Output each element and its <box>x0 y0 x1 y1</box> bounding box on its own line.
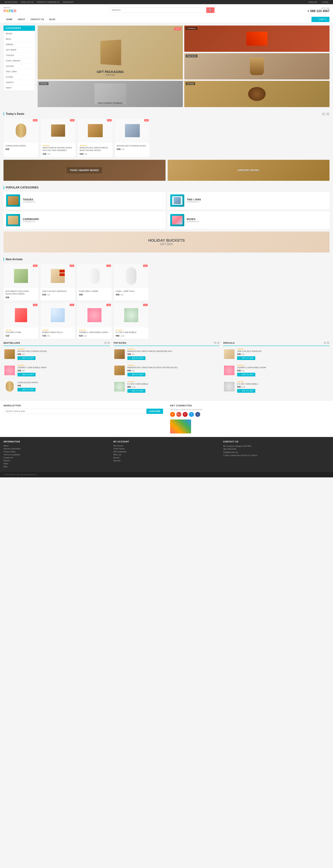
bs-cart-btn-3[interactable]: 🛒 ADD TO CART <box>18 388 35 392</box>
nav-blog[interactable]: BLOG <box>47 16 58 23</box>
sidebar-item-tins[interactable]: TINS / JARS <box>4 69 35 74</box>
footer-about[interactable]: About <box>3 445 110 447</box>
sidebar-item-giftwrap[interactable]: GIFT WRAP <box>4 47 35 53</box>
sidebar-item-boxes[interactable]: BOXES <box>4 31 35 36</box>
specials-next[interactable]: › <box>327 342 330 344</box>
footer-order-history[interactable]: Order History <box>113 448 220 450</box>
search-input[interactable] <box>110 7 206 13</box>
nav-contact[interactable]: CONTACT US <box>28 16 47 23</box>
tr-info-1: ★★★★☆ BANKERS BOX SMOOTHMOVE WARDROBE BO… <box>127 348 220 360</box>
main-nav: HOME ABOUT CONTACT US BLOG 🛒 CART: 0 <box>0 16 333 23</box>
sidebar-item-floral[interactable]: FLORAL <box>4 74 35 80</box>
footer-contact[interactable]: Contact Us <box>3 457 110 459</box>
nav-about[interactable]: ABOUT <box>15 16 28 23</box>
sidebar-item-food[interactable]: FOOD / BAKERY <box>4 58 35 64</box>
sidebar-item-crafts[interactable]: CRAFTS <box>4 80 35 85</box>
deal-product-3[interactable]: Sale ★★★★☆ BANKERS BOX SMOOTHMOVE BASIC … <box>78 118 113 157</box>
sidebar-item-bags[interactable]: BAGS <box>4 36 35 42</box>
pop-cat-tins[interactable]: TINS / JARS 5 PRODUCTS <box>168 192 330 209</box>
sidebar-item-party[interactable]: PARTY <box>4 85 35 91</box>
search-button[interactable]: 🔍 <box>206 7 215 13</box>
new-product-4[interactable]: Sale FOAM - 12MM THICK 40$60$ <box>114 264 149 301</box>
footer-brands[interactable]: Brands <box>113 457 220 459</box>
newsletter-email-input[interactable] <box>3 409 147 414</box>
new-product-8[interactable]: Sale ★★★★☆ 5 X 300 X 50M BUBBLE 96$110$ <box>114 303 149 339</box>
hero-sub-4[interactable]: Gift Wrap <box>184 81 330 107</box>
new-product-6[interactable]: Sale ★★★★☆ BUBBLE WRAP ROLLS 72$90$ <box>40 303 75 339</box>
sidebar-item-ribbon[interactable]: RIBBON› <box>4 42 35 47</box>
sp-cart-btn-2[interactable]: 🛒 ADD TO CART <box>237 373 255 376</box>
promo-banner-1[interactable]: FOOD / BAKERY BOXES <box>3 160 165 181</box>
wish-list-link[interactable]: WISH LIST (0) <box>21 1 33 3</box>
footer-specials-link[interactable]: Specials <box>113 460 220 462</box>
cart-button[interactable]: 🛒 CART: 0 <box>311 17 330 22</box>
promo-banner-2[interactable]: GROCERY BOXES <box>168 160 330 181</box>
deal-product-2-info: ★★★★☆ SMOOTHMOVE MOVING BOXES WITH NO-TA… <box>41 143 75 157</box>
deal-product-4[interactable]: Sale MOVING AND STORAGE BOXES 64$20$ <box>115 118 150 157</box>
footer-terms[interactable]: Terms & Conditions <box>3 454 110 456</box>
newsletter-subscribe-button[interactable]: SUBSCRIBE <box>147 409 163 414</box>
deal-product-2[interactable]: Sale ★★★★☆ SMOOTHMOVE MOVING BOXES WITH … <box>40 118 75 157</box>
new-product-8-info: ★★★★☆ 5 X 300 X 50M BUBBLE 96$110$ <box>114 328 149 339</box>
pop-cat-boxes[interactable]: BOXES 6 PRODUCTS <box>168 211 330 229</box>
logo[interactable]: MARKET PAPER <box>3 7 17 13</box>
templatemonster-banner[interactable] <box>170 420 191 433</box>
bs-cart-btn-1[interactable]: 🛒 ADD TO CART <box>18 356 35 360</box>
hero-main[interactable]: SALE GIFT PACKAGING SUPPLIES <box>38 26 183 80</box>
holiday-banner-subtitle: GIFT BOX <box>148 243 185 246</box>
new-product-3[interactable]: Sale FOAM 2MM X 250MM 30$ <box>77 264 112 301</box>
top-rated-next[interactable]: › <box>217 342 220 344</box>
tr-price-3: 96$ <box>127 386 131 388</box>
footer-news[interactable]: News <box>3 463 110 465</box>
language-select[interactable]: ENGLISH <box>308 1 317 3</box>
nav-home[interactable]: HOME <box>3 16 15 23</box>
footer-privacy[interactable]: Privacy Policy <box>3 451 110 453</box>
holiday-banner[interactable]: HOLIDAY BUCKETS GIFT BOX <box>3 231 330 252</box>
deal-product-2-img: Sale <box>41 118 75 143</box>
hero-sub-3[interactable]: Gift Wrap FOR CONFECTIONERY <box>38 81 183 107</box>
specials-prev[interactable]: ‹ <box>324 342 326 344</box>
bestsellers-next[interactable]: › <box>107 342 110 344</box>
bs-name-2: 1500MM X 100M BUBBLE WRAP <box>18 366 110 369</box>
footer-gift-cert[interactable]: Gift Certificates <box>113 451 220 453</box>
rss-icon[interactable]: R <box>170 412 175 417</box>
new-product-2[interactable]: Sale 1000 X A6 SELF ADHESIVE 24$55$ <box>40 264 75 301</box>
pinterest-icon[interactable]: P <box>183 412 188 417</box>
tr-cart-btn-2[interactable]: 🛒 ADD TO CART <box>127 373 145 376</box>
todays-deals-prev[interactable]: ‹ <box>322 113 325 116</box>
pop-cat-tissues[interactable]: TISSUES 6 PRODUCTS <box>3 192 165 209</box>
bs-price-3: 50$ <box>18 384 21 387</box>
new-badge-2: Sale <box>70 265 74 267</box>
hero-sub-1[interactable]: Food/Bakery <box>184 26 330 52</box>
pop-cat-cardboard[interactable]: CARDBOARD 5 PRODUCTS <box>3 211 165 229</box>
sidebar-item-tissues[interactable]: TISSUES <box>4 53 35 58</box>
bestsellers-prev[interactable]: ‹ <box>104 342 107 344</box>
footer-returns[interactable]: Returns <box>3 460 110 462</box>
facebook-icon[interactable]: f <box>195 412 200 417</box>
bs-cart-btn-2[interactable]: 🛒 ADD TO CART <box>18 373 35 376</box>
sidebar-item-holiday[interactable]: HOLIDAY› <box>4 64 35 69</box>
google-plus-icon[interactable]: G+ <box>176 412 181 417</box>
hero-sub-2[interactable]: Paper Boxes <box>184 53 330 80</box>
new-product-1[interactable]: Sale DOCUMENTS ENCLOSED ENVELOPES GREEN … <box>3 264 38 301</box>
deal-product-1[interactable]: Sale CORRUGATED PAPER 50$ <box>3 118 38 157</box>
tr-cart-btn-1[interactable]: 🛒 ADD TO CART <box>127 356 145 360</box>
new-product-5[interactable]: Sale ★★★★☆ COLORED FOAM 31$ <box>3 303 38 339</box>
twitter-icon[interactable]: T <box>189 412 194 417</box>
footer-wishlist[interactable]: Wish List <box>113 454 220 456</box>
product-compare-link[interactable]: PRODUCT COMPARE (0) <box>37 1 60 3</box>
new-product-7[interactable]: Sale ★★★★☆ 1500MM X 100M BUBBLE WRAP 52$… <box>77 303 112 339</box>
footer-blog[interactable]: Blog <box>3 465 110 468</box>
tr-name-3: 5 X 300 X 50M BUBBLE <box>127 383 220 385</box>
my-account-link[interactable]: MY ACCOUNT <box>5 1 18 3</box>
footer-delivery[interactable]: Delivery Information <box>3 448 110 450</box>
top-rated-prev[interactable]: ‹ <box>214 342 216 344</box>
tr-img-2 <box>113 365 126 376</box>
todays-deals-next[interactable]: › <box>326 113 330 116</box>
sp-cart-btn-1[interactable]: 🛒 ADD TO CART <box>237 356 255 360</box>
footer-account-link[interactable]: My Account <box>113 445 220 447</box>
tr-cart-btn-3[interactable]: 🛒 ADD TO CART <box>127 389 145 393</box>
sp-cart-btn-3[interactable]: 🛒 ADD TO CART <box>237 389 255 393</box>
checkout-link[interactable]: CHECKOUT <box>63 1 73 3</box>
currency-select[interactable]: $ USD <box>323 1 328 3</box>
